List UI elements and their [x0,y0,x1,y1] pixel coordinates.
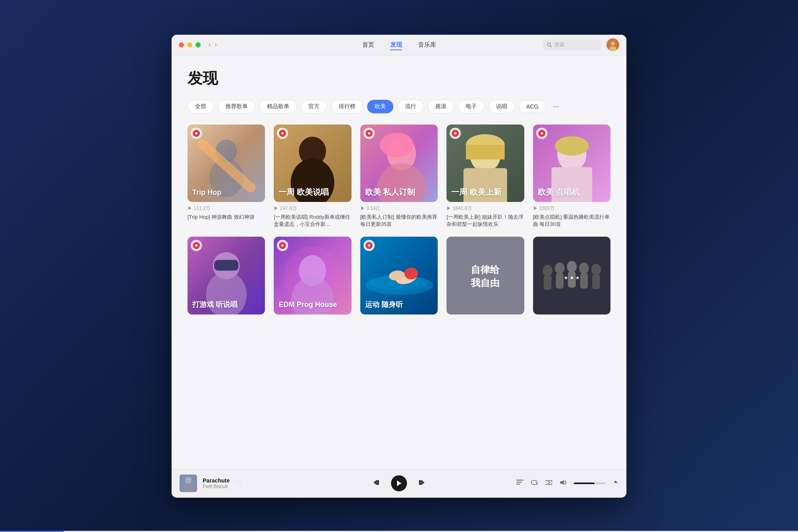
filter-acg[interactable]: ACG [519,100,546,113]
forward-button[interactable]: › [215,41,217,48]
cover-title-sports: 运动 随身听 [365,300,403,309]
svg-point-39 [404,268,418,279]
playlist-desc-rap: [一周欧美说唱] Roddy新单或继任盒量遗志，小宝合作新... [274,214,351,228]
svg-rect-64 [516,482,522,483]
repeat-button[interactable] [531,479,538,487]
filter-rock[interactable]: 摇滚 [428,100,454,113]
filter-acappella[interactable]: 说唱 [488,100,515,113]
svg-marker-67 [560,480,564,485]
playlist-cover-rap: 一周 欧美说唱 [274,125,351,202]
filter-electronic[interactable]: 电子 [458,100,484,113]
playlist-cover-sports: 运动 随身听 [360,237,438,314]
svg-point-3 [611,42,615,45]
player-info: Parachute Petit Biscuit [203,477,230,489]
close-button[interactable] [179,42,184,47]
volume-slider[interactable] [574,483,606,484]
nav-home[interactable]: 首页 [362,40,374,50]
playlist-card-self[interactable]: 自律给 我自由 [446,237,524,317]
filter-more[interactable]: ··· [550,101,562,112]
cover-art-self: 自律给 我自由 [446,237,524,314]
user-avatar[interactable] [606,38,619,51]
playlist-card-custom[interactable]: 欧美 私人订制 ▶ 3.14亿 [欧美私人订制] 最懂你的欧美推荐 每日更新35… [360,125,438,228]
cover-title-rap: 一周 欧美说唱 [279,187,329,197]
titlebar-right: 搜索 [542,38,619,51]
filter-charts[interactable]: 排行榜 [331,100,363,113]
svg-text:我自由: 我自由 [470,277,500,288]
search-box[interactable]: 搜索 [542,39,602,50]
filter-tabs: 全部 推荐歌单 精品歌单 官方 排行榜 欧美 流行 摇滚 电子 说唱 ACG ·… [188,100,610,113]
play-button[interactable] [391,475,407,491]
player-left: Parachute Petit Biscuit ♡ [180,475,283,492]
playlist-card-basketball[interactable]: ★ ★ ★ [533,237,610,317]
playlist-cover-custom: 欧美 私人订制 [360,125,438,202]
playlist-cover-self: 自律给 我自由 [446,237,524,314]
nav-discover[interactable]: 发现 [390,40,402,50]
cover-art-basketball: ★ ★ ★ [533,237,610,314]
playlist-grid-row1: Trip Hop ▶ 111.2万 [Trip Hop] 神游舞曲 致幻神游 [188,125,610,228]
svg-rect-20 [466,145,505,159]
svg-point-52 [591,264,600,275]
player-bar: Parachute Petit Biscuit ♡ [172,469,626,498]
filter-recommended[interactable]: 推荐歌单 [218,100,255,113]
svg-point-46 [555,263,564,274]
netease-logo-8 [363,240,375,251]
titlebar: ‹ › 首页 发现 音乐库 搜索 [172,35,626,55]
expand-button[interactable] [613,480,618,487]
svg-point-48 [567,261,577,273]
player-controls [283,475,515,491]
filter-all[interactable]: 全部 [188,100,214,113]
svg-rect-27 [214,260,239,271]
playlist-card-gaming[interactable]: 打游戏 听说唱 [188,237,265,317]
svg-point-4 [609,46,616,51]
svg-marker-58 [373,480,376,485]
playlist-card-trip-hop[interactable]: Trip Hop ▶ 111.2万 [Trip Hop] 神游舞曲 致幻神游 [188,125,265,228]
svg-point-50 [579,263,589,274]
svg-point-24 [555,136,589,156]
svg-text:★ ★ ★: ★ ★ ★ [564,275,580,281]
playlist-cover-edm: EDM Prog House [274,237,351,314]
filter-official[interactable]: 官方 [301,100,327,113]
playlist-icon[interactable] [516,480,523,487]
filter-pop[interactable]: 流行 [397,100,424,113]
netease-logo-2 [277,128,288,139]
main-content: 发现 全部 推荐歌单 精品歌单 官方 排行榜 欧美 流行 摇滚 电子 说唱 AC… [172,55,626,469]
svg-rect-57 [184,483,193,492]
svg-marker-60 [397,481,401,486]
playlist-desc-custom: [欧美私人订制] 最懂你的欧美推荐 每日更新35首 [360,214,438,228]
svg-rect-53 [592,275,600,289]
minimize-button[interactable] [187,42,192,47]
nav-library[interactable]: 音乐库 [418,40,436,50]
maximize-button[interactable] [196,42,201,47]
next-button[interactable] [418,479,425,488]
expand-icon [613,480,618,485]
playlist-card-edm[interactable]: EDM Prog House [274,237,351,317]
svg-point-15 [379,133,413,157]
back-button[interactable]: ‹ [209,41,211,48]
volume-fill [574,483,595,484]
shuffle-icon [545,480,552,485]
svg-text:自律给: 自律给 [471,264,500,275]
play-icon [396,480,402,487]
volume-icon[interactable] [559,479,567,487]
shuffle-button[interactable] [545,480,552,487]
like-button[interactable]: ♡ [235,479,242,488]
netease-logo-4 [450,128,461,139]
playlist-cover-basketball: ★ ★ ★ [533,237,610,314]
filter-western[interactable]: 欧美 [367,100,393,113]
playlist-card-jukebox[interactable]: 欧美 点唱机 ▶ 1003万 [欧美点唱机] 重温热播欧美流行单曲 每日30首 [533,125,610,228]
svg-rect-62 [419,480,422,485]
svg-rect-40 [446,237,524,314]
playlist-desc-trip-hop: [Trip Hop] 神游舞曲 致幻神游 [188,214,265,221]
netease-logo-3 [363,128,375,139]
playlist-card-sports[interactable]: 运动 随身听 [360,237,438,317]
search-placeholder: 搜索 [554,41,565,48]
playlist-plays-new: ▶ 1841.6万 [446,205,524,212]
nav-arrows: ‹ › [209,41,217,48]
netease-logo-5 [536,128,547,139]
filter-quality[interactable]: 精品歌单 [259,100,297,113]
prev-button[interactable] [373,479,380,488]
playlist-card-new[interactable]: 一周 欧美上新 ▶ 1841.6万 [一周欧美上新] 姐妹开趴！抛去浮杂和碧梨一… [446,125,524,228]
playlist-card-rap[interactable]: 一周 欧美说唱 ▶ 247.4万 [一周欧美说唱] Roddy新单或继任盒量遗志… [274,125,351,228]
svg-rect-59 [376,480,379,485]
cover-title-new: 一周 欧美上新 [451,187,502,197]
